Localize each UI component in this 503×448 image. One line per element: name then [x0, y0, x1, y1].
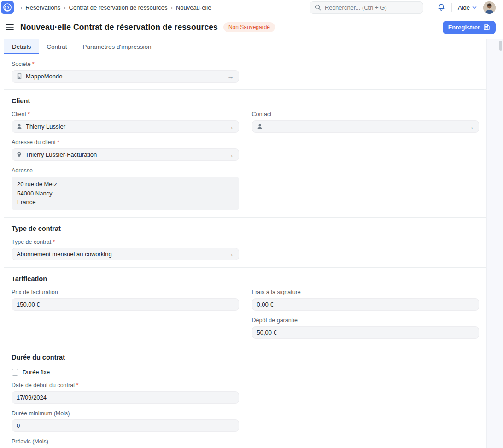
deposit-label: Dépôt de garantie: [252, 317, 480, 324]
arrow-right-icon[interactable]: →: [228, 250, 234, 258]
contract-type-label: Type de contrat*: [12, 239, 239, 245]
tab-contract[interactable]: Contrat: [39, 39, 75, 54]
contract-type-label-text: Type de contrat: [12, 239, 51, 245]
section-contract-type: Type de contrat Type de contrat* Abonnem…: [4, 218, 486, 268]
client-section-title: Client: [12, 90, 479, 105]
signature-fee-field-wrapper: Frais à la signature: [252, 283, 480, 311]
client-address-field-wrapper: Adresse du client* Thierry Lussier-Factu…: [12, 133, 239, 161]
help-menu-button[interactable]: Aide: [458, 4, 477, 11]
breadcrumb-separator: ›: [170, 4, 172, 11]
contract-type-section-title: Type de contrat: [12, 218, 479, 232]
notifications-button[interactable]: [437, 3, 445, 12]
company-field-wrapper: Société* MappeMonde →: [12, 54, 239, 83]
breadcrumb-item-doctype[interactable]: Contrat de réservation de ressources: [69, 4, 168, 11]
min-duration-label: Durée minimum (Mois): [12, 410, 239, 417]
logo-swirl-icon: [2, 2, 12, 12]
breadcrumb-separator: ›: [20, 4, 22, 11]
search-input[interactable]: [325, 4, 418, 11]
page-right-gutter: [486, 39, 503, 448]
global-search[interactable]: [310, 1, 423, 14]
arrow-right-icon[interactable]: →: [468, 123, 474, 130]
deposit-field: [252, 326, 480, 339]
section-pricing: Tarification Prix de facturation Frais à…: [4, 268, 486, 346]
min-duration-field-wrapper: Durée minimum (Mois): [12, 404, 239, 432]
billing-price-label: Prix de facturation: [12, 289, 239, 295]
contact-label: Contact: [252, 111, 480, 118]
user-avatar[interactable]: [483, 1, 496, 14]
company-label: Société*: [12, 61, 239, 67]
contract-type-value: Abonnement mensuel au coworking: [17, 251, 224, 258]
address-line: 54000 Nancy: [17, 189, 234, 198]
fixed-duration-label: Durée fixe: [23, 369, 50, 376]
address-label: Adresse: [12, 167, 239, 174]
client-address-label-text: Adresse du client: [12, 139, 56, 146]
save-button-label: Enregistrer: [448, 24, 480, 31]
client-address-link-field[interactable]: Thierry Lussier-Facturation →: [12, 148, 239, 161]
hamburger-icon: [6, 24, 14, 30]
contract-type-field-wrapper: Type de contrat* Abonnement mensuel au c…: [12, 232, 239, 260]
fixed-duration-checkbox-row[interactable]: Durée fixe: [12, 369, 479, 376]
contact-link-field[interactable]: →: [252, 120, 480, 133]
navbar-divider: [451, 3, 452, 12]
notice-field-wrapper: Préavis (Mois): [12, 432, 239, 448]
deposit-input[interactable]: [257, 329, 474, 336]
arrow-right-icon[interactable]: →: [228, 73, 234, 80]
billing-price-field-wrapper: Prix de facturation: [12, 283, 239, 311]
address-display-wrapper: Adresse 20 rue de Metz 54000 Nancy Franc…: [12, 161, 239, 210]
chevron-down-icon: [472, 6, 477, 9]
client-address-value: Thierry Lussier-Facturation: [25, 151, 224, 158]
help-menu-label: Aide: [458, 4, 470, 11]
breadcrumb-separator: ›: [64, 4, 65, 11]
map-pin-icon: [17, 152, 22, 158]
company-link-field[interactable]: MappeMonde →: [12, 70, 239, 83]
form-tabs: Détails Contrat Paramètres d'impression: [4, 39, 486, 54]
arrow-right-icon[interactable]: →: [228, 123, 234, 130]
breadcrumb: › Réservations › Contrat de réservation …: [20, 4, 211, 11]
arrow-right-icon[interactable]: →: [228, 151, 234, 159]
signature-fee-label: Frais à la signature: [252, 289, 480, 295]
breadcrumb-item-reservations[interactable]: Réservations: [25, 4, 60, 11]
page-body: Détails Contrat Paramètres d'impression …: [0, 39, 503, 448]
client-label-text: Client: [12, 111, 26, 118]
signature-fee-field: [252, 298, 480, 311]
fixed-duration-checkbox[interactable]: [12, 369, 18, 376]
duration-section-title: Durée du contrat: [12, 346, 479, 361]
address-line: France: [17, 198, 234, 207]
deposit-field-wrapper: Dépôt de garantie: [252, 311, 480, 339]
company-label-text: Société: [12, 61, 31, 67]
status-badge: Non Sauvegardé: [223, 22, 275, 32]
section-client: Client Client* Thierry Lussier: [4, 90, 486, 218]
save-button[interactable]: Enregistrer: [443, 21, 496, 34]
tab-print-settings[interactable]: Paramètres d'impression: [75, 39, 159, 54]
navbar-actions: Aide: [423, 1, 496, 14]
signature-fee-input[interactable]: [257, 301, 474, 308]
required-marker: *: [76, 382, 79, 389]
start-date-label: Date de début du contrat*: [12, 382, 239, 389]
person-icon: [17, 124, 22, 130]
min-duration-input[interactable]: [17, 422, 234, 429]
contract-type-link-field[interactable]: Abonnement mensuel au coworking →: [12, 248, 239, 260]
breadcrumb-item-current[interactable]: Nouveau-elle: [176, 4, 211, 11]
sidebar-toggle-button[interactable]: [5, 23, 15, 31]
billing-price-input[interactable]: [17, 301, 234, 308]
client-address-label: Adresse du client*: [12, 139, 239, 146]
contact-field-wrapper: Contact →: [252, 105, 480, 133]
tab-details[interactable]: Détails: [4, 39, 39, 54]
address-line: 20 rue de Metz: [17, 180, 234, 189]
navbar: › Réservations › Contrat de réservation …: [0, 0, 503, 15]
required-marker: *: [32, 61, 35, 67]
page-title: Nouveau·elle Contrat de réservation de r…: [20, 23, 218, 32]
save-disk-icon: [483, 24, 490, 31]
required-marker: *: [57, 139, 59, 146]
billing-price-field: [12, 298, 239, 311]
vertical-scrollbar[interactable]: [499, 41, 502, 51]
app-logo[interactable]: [1, 1, 14, 14]
start-date-field: [12, 391, 239, 404]
start-date-input[interactable]: [17, 394, 234, 401]
section-duration: Durée du contrat Durée fixe Date de débu…: [4, 346, 486, 448]
address-display: 20 rue de Metz 54000 Nancy France: [12, 177, 239, 210]
client-link-field[interactable]: Thierry Lussier →: [12, 120, 239, 133]
person-icon: [257, 124, 263, 130]
search-icon: [315, 4, 321, 11]
company-value: MappeMonde: [26, 73, 224, 80]
